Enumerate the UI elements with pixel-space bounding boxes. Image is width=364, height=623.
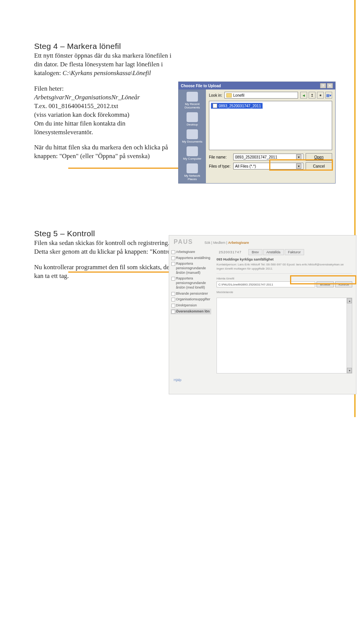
filetype-dropdown[interactable]: All Files (*.*) ▾ [233, 163, 303, 169]
step4-filename-label: Filen heter: [34, 85, 64, 92]
sidebar-item-rapportera-anstallning[interactable]: Rapportera anställning [171, 255, 211, 261]
sidebar-item-rapportera-lonefil[interactable]: Rapportera pensionsgrundande årslön (med… [171, 276, 211, 290]
step4-path: C:\Kyrkans pensionskassa\Lönefil [63, 69, 151, 77]
lookin-dropdown[interactable]: Lonefil [224, 92, 298, 99]
browse-button[interactable]: Browse [317, 281, 334, 287]
filename-value: 0893_2520031747_2011 [235, 155, 277, 159]
chevron-down-icon[interactable]: ▾ [296, 154, 301, 160]
file-dialog-title: Choose File to Upload [181, 84, 221, 88]
folder-icon [226, 93, 232, 97]
file-path-input[interactable]: C:\PAUS\Lönefil\0893 2520031747-2011 [217, 281, 315, 287]
scroll-down-icon[interactable]: ▾ [347, 368, 352, 373]
filename-label: File name: [209, 155, 231, 159]
step4-filename-pattern: ArbetsgivarNr_OrganisationsNr_Löneår [34, 94, 140, 101]
step4-intro: Ett nytt fönster öppnas där du ska marke… [34, 52, 178, 78]
sidebar-item-blivande[interactable]: Blivande pensionärer [171, 291, 211, 297]
tab-anstallda[interactable]: Anställda [263, 249, 284, 255]
help-icon[interactable]: ? [320, 83, 326, 88]
file-item-name: 0893_2520031747_2011 [219, 104, 261, 108]
paus-sidebar: Arbetsgivare Rapportera anställning Rapp… [169, 247, 213, 376]
scrollbar[interactable]: ▴ ▾ [347, 298, 352, 373]
sidebar-item-arbetsgivare[interactable]: Arbetsgivare [171, 249, 211, 255]
file-path-value: C:\PAUS\Lönefil\0893 2520031747-2011 [218, 283, 273, 286]
breadcrumb: Sök | Medlem | Arbetsgivare [204, 241, 249, 245]
org-id: 2520031747 [217, 250, 244, 255]
paus-logo: PAUS [174, 239, 193, 245]
sidebar-item-rapportera-manuell[interactable]: Rapportera pensionsgrundande årslön (man… [171, 261, 211, 276]
step4-filename-block: Filen heter: ArbetsgivarNr_Organisations… [34, 85, 178, 137]
step4-contact-note: Om du inte hittar filen kontakta din lön… [34, 120, 126, 136]
file-dialog: Choose File to Upload ? × My Recent Docu… [178, 82, 336, 184]
tab-fakturor[interactable]: Fakturor [285, 249, 304, 255]
bc-medlem[interactable]: Medlem [213, 241, 225, 245]
step5-p1: Filen ska sedan skickas för kontroll och… [34, 239, 178, 256]
bc-sok[interactable]: Sök [204, 241, 210, 245]
step4-action: När du hittat filen ska du markera den o… [34, 143, 178, 161]
contact-line: Kontaktperson: Lars-Erik Hilldoff Tel: 0… [217, 263, 352, 266]
file-dialog-places: My Recent Documents Desktop My Documents… [179, 89, 206, 183]
filename-input[interactable]: 0893_2520031747_2011 ▾ [233, 154, 303, 160]
file-item-selected[interactable]: 0893_2520031747_2011 [211, 103, 263, 109]
step4-filename-note: (viss variation kan dock förekomma) [34, 111, 129, 118]
org-name: 093 Huddinge kyrkliga samfällighet [217, 257, 352, 261]
nav-newfolder-icon[interactable]: ✶ [317, 92, 324, 99]
lookin-label: Look in: [209, 93, 222, 97]
sidebar-item-overenskommen[interactable]: Överenskommen lön [171, 309, 211, 315]
msg-label: Meddelande [217, 290, 352, 294]
text-file-icon [213, 104, 217, 108]
nav-up-icon[interactable]: ↥ [309, 92, 315, 99]
nav-back-icon[interactable]: ◄ [300, 92, 307, 99]
chevron-down-icon[interactable]: ▾ [296, 163, 301, 169]
lookin-value: Lonefil [233, 93, 244, 97]
divider [217, 273, 352, 274]
status-line: Ingen lönefil mottagen för uppgiftsår 20… [217, 267, 352, 270]
places-network[interactable]: My Network Places [179, 163, 205, 181]
kontroll-button[interactable]: Kontroll [335, 281, 352, 287]
places-recent[interactable]: My Recent Documents [179, 92, 205, 109]
close-icon[interactable]: × [327, 83, 333, 88]
places-mydocs[interactable]: My Documents [182, 129, 202, 143]
places-desktop[interactable]: Desktop [187, 112, 198, 126]
cancel-button[interactable]: Cancel [306, 162, 332, 170]
help-link[interactable]: Hjälp [174, 378, 182, 382]
tab-brev[interactable]: Brev [248, 249, 262, 255]
nav-views-icon[interactable]: ▦▾ [325, 92, 332, 99]
sidebar-item-org[interactable]: Organisationsuppgifter [171, 297, 211, 303]
paus-app: PAUS Sök | Medlem | Arbetsgivare Arbetsg… [169, 235, 356, 394]
message-textarea[interactable]: ▴ ▾ [217, 298, 352, 373]
scroll-up-icon[interactable]: ▴ [347, 298, 352, 303]
sidebar-item-direktpension[interactable]: Direktpension [171, 303, 211, 309]
file-label: Hämta lönefil [217, 277, 352, 280]
step4-title: Steg 4 – Markera lönefil [34, 42, 341, 51]
file-list[interactable]: 0893_2520031747_2011 [209, 101, 332, 150]
step4-filename-example: T.ex. 001_8164004155_2012.txt [34, 102, 118, 110]
filetype-label: Files of type: [209, 164, 231, 168]
bc-arbetsgivare[interactable]: Arbetsgivare [228, 241, 249, 245]
open-button[interactable]: Open [306, 153, 332, 161]
places-mycomputer[interactable]: My Computer [183, 146, 201, 160]
file-dialog-titlebar: Choose File to Upload ? × [179, 82, 335, 89]
filetype-value: All Files (*.*) [235, 164, 256, 168]
